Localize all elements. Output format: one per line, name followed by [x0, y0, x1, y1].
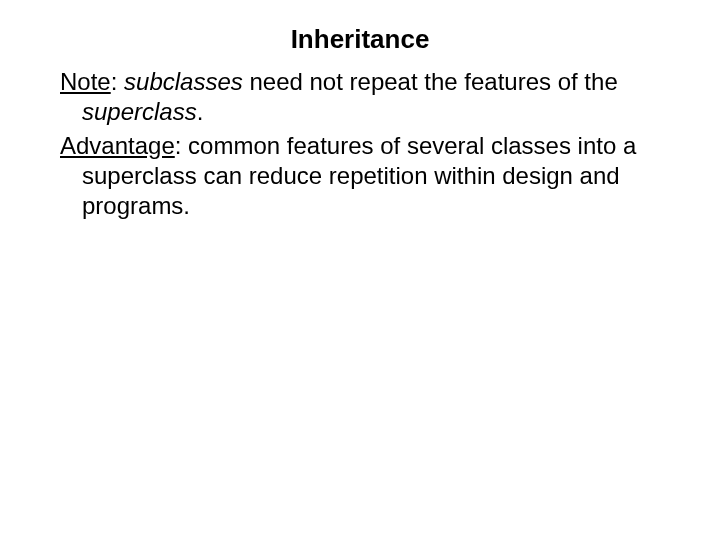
- slide-body: Note: subclasses need not repeat the fea…: [60, 67, 660, 221]
- note-italic-2: superclass: [82, 98, 197, 125]
- advantage-colon: :: [175, 132, 188, 159]
- advantage-label: Advantage: [60, 132, 175, 159]
- note-italic-1: subclasses: [124, 68, 243, 95]
- note-text-1: need not repeat the features of the: [243, 68, 618, 95]
- slide: Inheritance Note: subclasses need not re…: [0, 0, 720, 540]
- note-text-2: .: [197, 98, 204, 125]
- note-paragraph: Note: subclasses need not repeat the fea…: [60, 67, 660, 127]
- slide-title: Inheritance: [60, 24, 660, 55]
- advantage-paragraph: Advantage: common features of several cl…: [60, 131, 660, 221]
- note-colon: :: [111, 68, 124, 95]
- note-label: Note: [60, 68, 111, 95]
